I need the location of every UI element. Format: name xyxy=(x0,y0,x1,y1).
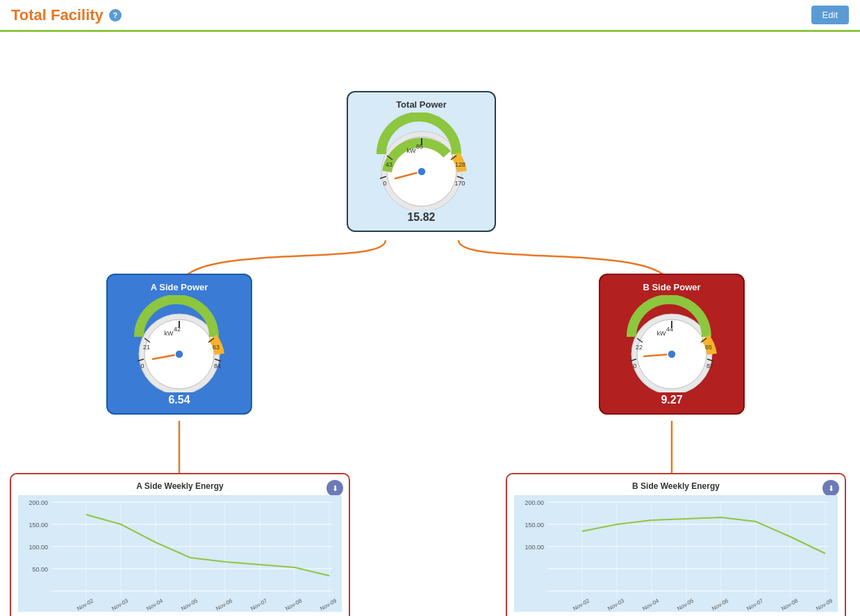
svg-text:84: 84 xyxy=(214,363,221,369)
svg-text:87: 87 xyxy=(706,363,713,369)
svg-text:100.00: 100.00 xyxy=(28,544,48,551)
b-side-title: B Side Power xyxy=(643,282,700,292)
page-title: Total Facility xyxy=(11,6,104,24)
edit-button[interactable]: Edit xyxy=(811,6,849,24)
a-side-card: A Side Power 42 kW 21 63 0 84 xyxy=(106,274,252,415)
svg-text:50.00: 50.00 xyxy=(32,566,48,573)
main-canvas: Total Power 85 xyxy=(0,32,860,615)
a-chart-download-button[interactable]: ⬇ xyxy=(326,480,343,497)
svg-text:0: 0 xyxy=(383,180,386,187)
svg-text:kW: kW xyxy=(165,330,174,337)
svg-text:170: 170 xyxy=(454,180,465,187)
help-icon[interactable]: ? xyxy=(109,9,122,22)
svg-text:200.00: 200.00 xyxy=(28,499,48,506)
svg-text:42: 42 xyxy=(174,326,181,333)
svg-text:44: 44 xyxy=(666,326,673,333)
a-side-title: A Side Power xyxy=(151,282,208,292)
b-chart-download-button[interactable]: ⬇ xyxy=(822,480,839,497)
b-side-value: 9.27 xyxy=(661,394,682,406)
svg-text:128: 128 xyxy=(455,161,465,168)
svg-text:0: 0 xyxy=(633,363,636,369)
b-side-chart-card: B Side Weekly Energy ⬇ xyxy=(506,473,846,616)
svg-text:0: 0 xyxy=(140,363,144,369)
a-side-chart-card: A Side Weekly Energy ⬇ xyxy=(10,473,350,616)
total-power-value: 15.82 xyxy=(407,211,435,224)
svg-point-16 xyxy=(417,167,426,176)
svg-text:43: 43 xyxy=(385,161,392,168)
svg-text:200.00: 200.00 xyxy=(524,499,544,506)
a-side-gauge: 42 kW 21 63 0 84 xyxy=(124,295,235,392)
header-left: Total Facility ? xyxy=(11,6,122,24)
svg-text:kW: kW xyxy=(657,330,667,337)
svg-text:150.00: 150.00 xyxy=(524,522,544,528)
b-side-gauge: 44 kW 22 65 0 87 xyxy=(616,295,727,392)
a-side-value: 6.54 xyxy=(168,394,190,406)
total-power-gauge: 85 kW 43 128 0 170 xyxy=(366,113,477,210)
svg-text:22: 22 xyxy=(636,344,643,351)
svg-point-31 xyxy=(175,350,183,358)
svg-text:21: 21 xyxy=(143,344,150,351)
svg-text:100.00: 100.00 xyxy=(524,544,544,551)
svg-text:65: 65 xyxy=(705,344,712,351)
total-power-card: Total Power 85 xyxy=(347,91,496,232)
svg-text:150.00: 150.00 xyxy=(28,522,48,528)
svg-text:kW: kW xyxy=(406,147,416,154)
svg-text:63: 63 xyxy=(213,344,220,351)
b-side-card: B Side Power 44 kW 22 65 0 87 xyxy=(599,274,745,415)
svg-point-46 xyxy=(668,350,676,358)
total-power-title: Total Power xyxy=(396,99,447,110)
b-chart-title: B Side Weekly Energy xyxy=(514,481,838,491)
svg-text:85: 85 xyxy=(415,143,422,150)
svg-rect-73 xyxy=(516,495,836,612)
a-chart-title: A Side Weekly Energy xyxy=(18,481,342,491)
header: Total Facility ? Edit xyxy=(0,0,860,32)
